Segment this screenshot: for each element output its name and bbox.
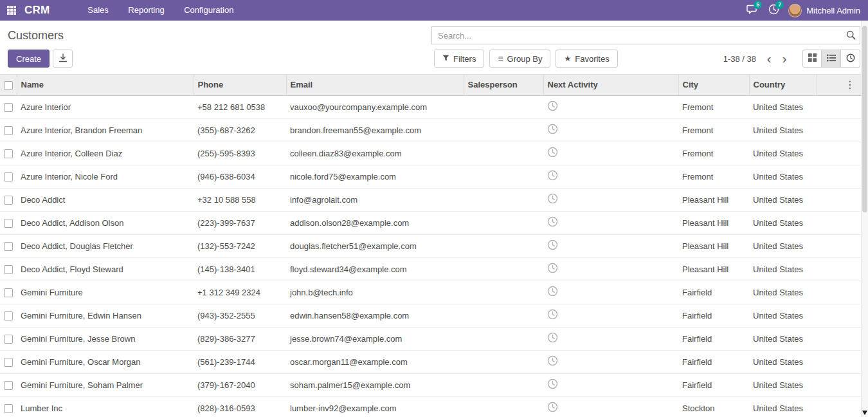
column-header-name[interactable]: Name (17, 75, 194, 95)
activity-clock-icon[interactable] (547, 216, 558, 227)
table-row[interactable]: Lumber Inc (828)-316-0593 lumber-inv92@e… (0, 396, 862, 417)
table-row[interactable]: Deco Addict, Addison Olson (223)-399-763… (0, 211, 862, 234)
vertical-scrollbar[interactable] (861, 21, 868, 417)
row-checkbox[interactable] (4, 265, 13, 274)
export-button[interactable] (53, 50, 73, 68)
cell-email: edwin.hansen58@example.com (286, 304, 464, 327)
row-checkbox[interactable] (4, 404, 13, 413)
activity-view-button[interactable] (841, 50, 860, 68)
select-all-checkbox[interactable] (4, 81, 13, 90)
kanban-icon (808, 53, 817, 64)
activity-clock-icon[interactable] (547, 124, 558, 134)
cell-city: Fairfield (678, 350, 749, 373)
cell-country: United States (749, 95, 817, 118)
table-row[interactable]: Gemini Furniture, Soham Palmer (379)-167… (0, 373, 862, 396)
cell-name: Deco Addict, Douglas Fletcher (17, 234, 194, 257)
cell-city: Fairfield (678, 373, 749, 396)
messages-button[interactable]: 5 (743, 3, 760, 18)
table-row[interactable]: Azure Interior, Brandon Freeman (355)-68… (0, 118, 862, 142)
table-row[interactable]: Deco Addict +32 10 588 558 info@agrolait… (0, 188, 862, 211)
cell-country: United States (749, 118, 817, 142)
table-row[interactable]: Gemini Furniture, Oscar Morgan (561)-239… (0, 350, 862, 373)
menu-reporting[interactable]: Reporting (120, 0, 172, 21)
app-name[interactable]: CRM (24, 4, 50, 17)
cell-filler (817, 373, 862, 396)
create-button[interactable]: Create (8, 50, 50, 68)
row-checkbox[interactable] (4, 242, 13, 251)
control-panel-top: Customers (0, 21, 868, 48)
activity-clock-icon[interactable] (547, 286, 558, 297)
list-icon (827, 54, 836, 64)
activity-clock-icon[interactable] (547, 147, 558, 158)
search-input[interactable] (431, 26, 860, 44)
cell-filler (817, 118, 862, 142)
column-header-phone[interactable]: Phone (194, 75, 286, 95)
activities-button[interactable]: 7 (765, 3, 782, 18)
table-row[interactable]: Azure Interior, Nicole Ford (946)-638-60… (0, 165, 862, 188)
activity-clock-icon[interactable] (547, 332, 558, 343)
activity-clock-icon[interactable] (547, 193, 558, 204)
kanban-view-button[interactable] (802, 50, 822, 68)
cell-city: Fairfield (678, 281, 749, 304)
table-row[interactable]: Azure Interior +58 212 681 0538 vauxoo@y… (0, 95, 862, 118)
pager-next-button[interactable]: › (777, 52, 792, 65)
row-checkbox[interactable] (4, 196, 13, 205)
cell-next-activity (543, 350, 678, 373)
cell-phone: +1 312 349 2324 (194, 281, 286, 304)
table-row[interactable]: Deco Addict, Douglas Fletcher (132)-553-… (0, 234, 862, 257)
column-header-next-activity[interactable]: Next Activity (543, 75, 678, 95)
activity-clock-icon[interactable] (547, 378, 558, 389)
menu-configuration[interactable]: Configuration (176, 0, 242, 21)
cell-city: Pleasant Hill (678, 257, 749, 281)
row-checkbox[interactable] (4, 219, 13, 228)
scrollbar-down-arrow[interactable] (862, 411, 867, 415)
column-header-country[interactable]: Country (749, 75, 817, 95)
group-by-button[interactable]: ≡ Group By (489, 50, 550, 68)
cell-country: United States (749, 350, 817, 373)
search-icon[interactable] (846, 30, 856, 42)
activity-clock-icon[interactable] (547, 239, 558, 250)
row-checkbox[interactable] (4, 149, 13, 158)
row-checkbox[interactable] (4, 381, 13, 390)
cell-email: info@agrolait.com (286, 188, 464, 211)
cell-phone: (223)-399-7637 (194, 211, 286, 234)
customer-rows: Azure Interior +58 212 681 0538 vauxoo@y… (0, 95, 862, 417)
cell-phone: (943)-352-2555 (194, 304, 286, 327)
apps-menu-icon[interactable] (7, 6, 17, 15)
row-checkbox[interactable] (4, 311, 13, 320)
table-row[interactable]: Deco Addict, Floyd Steward (145)-138-340… (0, 257, 862, 281)
cell-phone: (255)-595-8393 (194, 142, 286, 165)
row-checkbox[interactable] (4, 288, 13, 297)
row-checkbox[interactable] (4, 172, 13, 181)
menu-sales[interactable]: Sales (79, 0, 117, 21)
activity-clock-icon[interactable] (547, 170, 558, 181)
activity-clock-icon[interactable] (547, 263, 558, 273)
row-checkbox[interactable] (4, 335, 13, 344)
row-checkbox[interactable] (4, 358, 13, 367)
cell-name: Gemini Furniture, Edwin Hansen (17, 304, 194, 327)
column-header-city[interactable]: City (678, 75, 749, 95)
row-checkbox[interactable] (4, 103, 13, 112)
filters-button[interactable]: Filters (434, 50, 484, 68)
activity-clock-icon[interactable] (547, 100, 558, 111)
user-menu[interactable]: Mitchell Admin (787, 4, 862, 17)
activity-clock-icon[interactable] (547, 355, 558, 366)
column-header-email[interactable]: Email (286, 75, 464, 95)
favorites-button[interactable]: ★ Favorites (556, 50, 617, 68)
table-row[interactable]: Azure Interior, Colleen Diaz (255)-595-8… (0, 142, 862, 165)
table-row[interactable]: Gemini Furniture +1 312 349 2324 john.b@… (0, 281, 862, 304)
pager-previous-button[interactable]: ‹ (761, 52, 777, 65)
column-header-salesperson[interactable]: Salesperson (464, 75, 543, 95)
cell-next-activity (543, 257, 678, 281)
table-row[interactable]: Gemini Furniture, Edwin Hansen (943)-352… (0, 304, 862, 327)
activity-clock-icon[interactable] (547, 309, 558, 320)
row-checkbox[interactable] (4, 126, 13, 135)
scrollbar-thumb[interactable] (862, 26, 867, 212)
cell-city: Stockton (678, 396, 749, 417)
activity-clock-icon[interactable] (547, 402, 558, 412)
optional-columns-toggle[interactable]: ⋮ (842, 77, 858, 93)
cell-name: Deco Addict, Floyd Steward (17, 257, 194, 281)
list-view-button[interactable] (822, 50, 841, 68)
cell-salesperson (464, 281, 543, 304)
table-row[interactable]: Gemini Furniture, Jesse Brown (829)-386-… (0, 327, 862, 350)
